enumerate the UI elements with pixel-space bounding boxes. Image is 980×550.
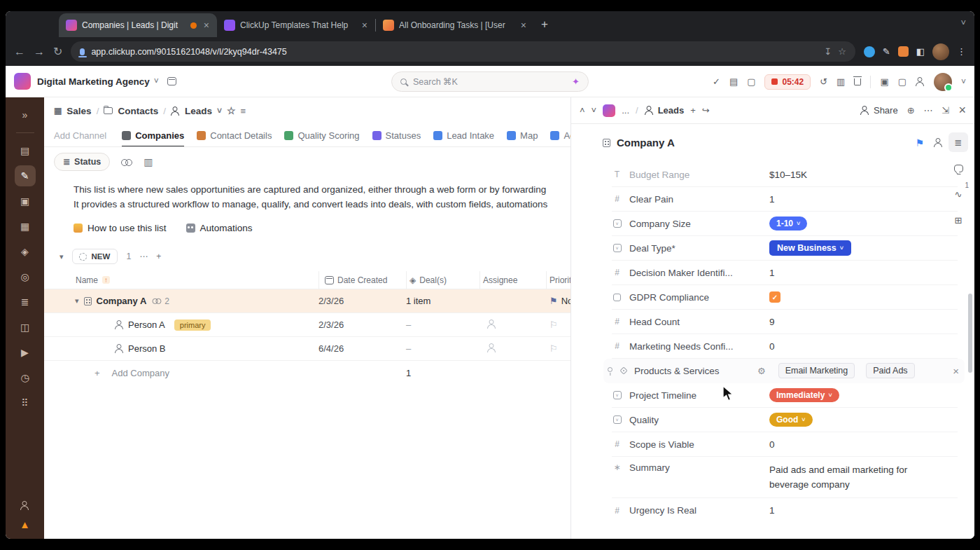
date-created-cell[interactable]: 2/3/26: [318, 296, 406, 306]
tab-lead-intake[interactable]: Lead Intake: [433, 124, 494, 147]
sort-ascending-icon[interactable]: ↑: [102, 276, 110, 284]
panel-breadcrumb-leads[interactable]: Leads: [645, 105, 685, 116]
share-button[interactable]: Share: [860, 105, 898, 116]
prev-task-icon[interactable]: ˄: [580, 105, 585, 116]
priority-cell[interactable]: ⚐: [546, 319, 570, 330]
browser-tab[interactable]: All Onboarding Tasks | [User ×: [376, 13, 534, 37]
column-header-priority[interactable]: Priority: [546, 271, 570, 289]
avatar-chevron-icon[interactable]: ˅: [961, 77, 966, 87]
field-row-quality[interactable]: Quality Good: [612, 408, 958, 432]
clipboard-icon[interactable]: ▣: [880, 76, 888, 87]
field-row-deal-type[interactable]: Deal Type* New Business: [612, 236, 958, 261]
search-input[interactable]: [413, 77, 566, 87]
task-assignee-icon[interactable]: [933, 138, 942, 147]
breadcrumb-leads[interactable]: Leads: [185, 106, 212, 116]
card-icon[interactable]: ▢: [747, 76, 755, 87]
reload-icon[interactable]: ↻: [53, 45, 62, 58]
column-header-name[interactable]: Name ↑: [44, 275, 318, 285]
calendar-icon[interactable]: [167, 77, 176, 85]
assignee-empty-icon[interactable]: [486, 343, 496, 352]
pencil-extension-icon[interactable]: ✎: [883, 46, 890, 57]
upgrade-icon[interactable]: ▲: [20, 518, 30, 530]
assignee-cell[interactable]: [479, 319, 546, 331]
favorite-star-icon[interactable]: ☆: [227, 105, 236, 116]
field-row-gdpr-compliance[interactable]: GDPR Compliance: [612, 285, 958, 310]
assignee-empty-icon[interactable]: [486, 319, 496, 329]
tab-quality-scoring[interactable]: Quality Scoring: [284, 124, 359, 147]
deal-type-pill[interactable]: New Business: [769, 240, 851, 256]
gdpr-checkbox-checked[interactable]: [769, 291, 780, 303]
sidebar-item-edit[interactable]: ✎: [15, 165, 36, 186]
collapse-sidebar-icon[interactable]: »: [15, 104, 36, 125]
new-tab-button[interactable]: +: [541, 18, 548, 32]
table-row-company-a[interactable]: ▾ Company A 2 2/3/26 1 item ⚑ Normal: [44, 289, 570, 313]
sidebar-item-docs[interactable]: ▣: [15, 191, 36, 212]
install-icon[interactable]: ↧: [824, 46, 832, 57]
column-header-deals[interactable]: ◈ Deal(s): [406, 271, 479, 289]
ai-sparkle-icon[interactable]: ✦: [572, 76, 580, 87]
field-value[interactable]: Paid ads and email marketing for beverag…: [769, 462, 946, 492]
sidebar-item-clips[interactable]: ▶: [15, 342, 36, 363]
sidebar-item-inbox[interactable]: ▤: [15, 140, 36, 161]
list-chevron-icon[interactable]: ˅: [217, 106, 222, 116]
add-company-row[interactable]: + Add Company 1: [44, 361, 570, 385]
address-bar[interactable]: app.clickup.com/90151621048/v/l/2kyq94dr…: [71, 41, 855, 62]
invite-people-icon[interactable]: [20, 501, 29, 510]
breadcrumb-sales[interactable]: Sales: [66, 106, 91, 116]
date-created-cell[interactable]: 6/4/26: [318, 343, 406, 354]
field-row-company-size[interactable]: Company Size 1-10: [612, 212, 958, 236]
timer-widget[interactable]: 05:42: [764, 74, 811, 90]
browser-profile-avatar[interactable]: [932, 43, 949, 60]
priority-cell[interactable]: ⚑ Normal: [546, 296, 570, 306]
trash-icon[interactable]: [854, 78, 861, 85]
columns-toggle-icon[interactable]: ▥: [144, 156, 153, 167]
field-row-project-timeline[interactable]: Project Timeline Immediately: [612, 383, 958, 408]
field-value[interactable]: 0: [769, 341, 775, 352]
linked-contacts-count[interactable]: 2: [151, 296, 169, 306]
invite-user-icon[interactable]: [916, 77, 925, 86]
tab-search-icon[interactable]: ˅: [960, 18, 966, 28]
panel-plus-icon[interactable]: ⊕: [907, 105, 915, 116]
field-row-clear-pain[interactable]: # Clear Pain 1: [612, 187, 958, 212]
next-task-icon[interactable]: ˅: [592, 105, 597, 116]
deals-cell[interactable]: 1 item: [406, 296, 479, 306]
field-value[interactable]: $10–15K: [769, 170, 807, 180]
panel-menu-icon[interactable]: ⋯: [924, 105, 933, 116]
group-add-icon[interactable]: +: [156, 252, 161, 261]
field-row-summary[interactable]: ∗ Summary Paid ads and email marketing f…: [612, 457, 958, 498]
company-name[interactable]: Company A: [97, 296, 147, 306]
tab-statuses[interactable]: Statuses: [372, 124, 421, 147]
priority-flag-outline-icon[interactable]: ⚐: [550, 343, 558, 354]
column-header-assignee[interactable]: Assignee: [479, 271, 546, 289]
group-menu-icon[interactable]: ⋯: [139, 252, 148, 261]
comments-icon[interactable]: [948, 158, 968, 178]
workspace-logo[interactable]: [14, 73, 31, 90]
add-icon[interactable]: +: [94, 368, 100, 378]
assignee-cell[interactable]: [479, 296, 546, 306]
expand-panel-icon[interactable]: ⇲: [942, 105, 950, 116]
field-row-head-count[interactable]: # Head Count 9: [612, 310, 958, 334]
project-timeline-pill[interactable]: Immediately: [769, 388, 839, 402]
add-company-label[interactable]: Add Company: [112, 368, 169, 378]
field-row-decision-maker[interactable]: # Decision Maker Identifi... 1: [612, 261, 958, 285]
tab-close-icon[interactable]: ×: [519, 20, 528, 31]
task-title[interactable]: Company A: [617, 137, 675, 149]
extension-icon[interactable]: [898, 46, 909, 57]
deals-cell[interactable]: –: [406, 343, 479, 354]
browser-menu-icon[interactable]: ⋮: [957, 46, 966, 57]
bookmark-star-icon[interactable]: ☆: [838, 46, 846, 57]
assignee-cell[interactable]: [479, 343, 546, 355]
inbox-icon[interactable]: ▤: [729, 76, 738, 87]
sidebar-item-dashboards[interactable]: ◫: [15, 317, 36, 338]
browser-tab[interactable]: ClickUp Templates That Help ×: [217, 13, 375, 37]
link-icon[interactable]: [121, 159, 132, 165]
extensions-puzzle-icon[interactable]: ◧: [916, 46, 925, 57]
tab-close-icon[interactable]: ×: [360, 20, 370, 31]
tag-paid-ads[interactable]: Paid Ads: [866, 363, 914, 378]
clear-field-icon[interactable]: ×: [953, 365, 959, 377]
priority-cell[interactable]: ⚐: [546, 343, 570, 354]
status-filter-button[interactable]: ≣ Status: [54, 153, 110, 171]
priority-flag-outline-icon[interactable]: ⚐: [550, 319, 558, 330]
column-header-date-created[interactable]: Date Created: [318, 271, 406, 289]
back-icon[interactable]: ←: [14, 46, 25, 58]
